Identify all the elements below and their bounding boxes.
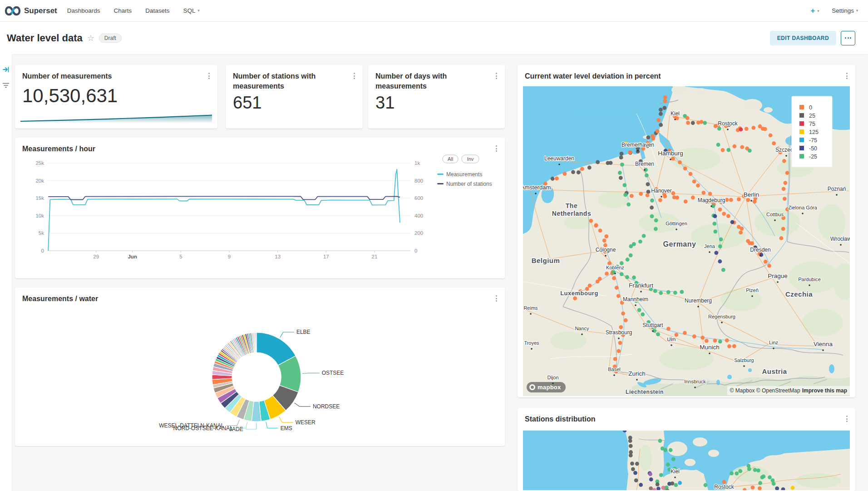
station-dot bbox=[594, 223, 598, 228]
kebab-menu-icon[interactable] bbox=[352, 71, 356, 80]
svg-text:9: 9 bbox=[228, 254, 231, 259]
svg-text:Number of stations: Number of stations bbox=[446, 181, 492, 187]
nav-charts[interactable]: Charts bbox=[114, 7, 132, 14]
kpi-value: 31 bbox=[375, 93, 395, 113]
station-dot bbox=[781, 227, 785, 231]
station-dot bbox=[663, 95, 667, 99]
line-chart[interactable]: 005k20010k40015k60020k80025k1k29Jun59131… bbox=[15, 138, 505, 278]
station-dot bbox=[663, 99, 667, 103]
station-dot bbox=[651, 134, 655, 138]
station-dot bbox=[730, 220, 735, 224]
station-dot bbox=[713, 339, 717, 343]
kebab-menu-icon[interactable] bbox=[207, 71, 211, 80]
map-city-label: Vienna bbox=[814, 341, 833, 347]
station-dot bbox=[598, 228, 602, 233]
map-city-dot bbox=[743, 365, 745, 367]
station-dot bbox=[631, 467, 635, 471]
svg-text:Inv: Inv bbox=[467, 156, 474, 162]
new-item-button[interactable]: +▼ bbox=[810, 6, 820, 15]
station-dot bbox=[602, 238, 607, 243]
station-dot bbox=[782, 187, 786, 191]
map-city-label: Bremen bbox=[635, 161, 654, 167]
station-dot bbox=[645, 174, 649, 178]
map-city-dot bbox=[613, 374, 615, 376]
map-city-dot bbox=[674, 476, 676, 478]
station-dot bbox=[753, 200, 757, 204]
stations-map[interactable]: KielRostock bbox=[523, 431, 850, 490]
station-dot bbox=[639, 192, 643, 196]
station-dot bbox=[672, 195, 676, 199]
station-dot bbox=[732, 344, 736, 348]
filter-icon[interactable] bbox=[2, 82, 10, 89]
nav-datasets[interactable]: Datasets bbox=[145, 7, 169, 14]
station-dot bbox=[646, 135, 651, 139]
kebab-menu-icon[interactable] bbox=[845, 71, 849, 80]
nav-sql[interactable]: SQL▼ bbox=[183, 7, 201, 14]
edit-dashboard-button[interactable]: EDIT DASHBOARD bbox=[770, 31, 836, 45]
svg-text:600: 600 bbox=[414, 195, 423, 201]
legend-label: -50 bbox=[809, 145, 817, 152]
kebab-menu-icon[interactable] bbox=[845, 414, 849, 423]
station-dot bbox=[588, 284, 592, 288]
map-city-label: Leeuwarden bbox=[544, 155, 574, 162]
svg-text:29: 29 bbox=[93, 254, 99, 259]
map-city-label: Cologne bbox=[596, 247, 616, 253]
map-city-label: Rostock bbox=[718, 120, 738, 127]
map-city-label: Jena bbox=[704, 243, 715, 249]
station-dot bbox=[696, 184, 700, 188]
superset-logo[interactable]: Superset bbox=[0, 5, 57, 16]
station-dot bbox=[671, 191, 676, 195]
map-city-label: Kiel bbox=[671, 468, 680, 475]
station-dot bbox=[620, 272, 624, 276]
water-chart-card: Measurements / water ELBEOSTSEENORDSEEWE… bbox=[15, 288, 505, 446]
map-city-dot bbox=[618, 337, 620, 339]
station-dot bbox=[691, 196, 695, 200]
station-dot bbox=[659, 108, 663, 112]
settings-menu[interactable]: Settings▼ bbox=[832, 7, 859, 14]
map-city-dot bbox=[635, 304, 636, 306]
kpi-card-measurements: Number of measurements 10,530,631 bbox=[15, 65, 217, 129]
station-dot bbox=[619, 176, 623, 180]
deviation-map[interactable]: TheNetherlandsBelgiumGermanyCzechiaAustr… bbox=[523, 86, 850, 396]
map-city-dot bbox=[709, 352, 710, 354]
improve-map-link[interactable]: Improve this map bbox=[802, 387, 847, 394]
map-country-label: Czechia bbox=[785, 290, 813, 298]
station-dot bbox=[751, 126, 755, 130]
station-dot bbox=[620, 163, 624, 167]
svg-text:200: 200 bbox=[414, 230, 423, 236]
donut-label: OSTSEE bbox=[322, 370, 344, 376]
station-dot bbox=[618, 171, 622, 175]
map-city-dot bbox=[614, 273, 616, 274]
svg-text:Measurements: Measurements bbox=[446, 171, 482, 178]
donut-chart[interactable]: ELBEOSTSEENORDSEEWESEREMSJADENORD-OSTSEE… bbox=[15, 288, 505, 446]
svg-text:0: 0 bbox=[414, 248, 417, 253]
svg-text:Jun: Jun bbox=[128, 254, 137, 259]
deviation-map-card: Current water level deviation in percent bbox=[518, 65, 855, 397]
nav-dashboards[interactable]: Dashboards bbox=[67, 7, 100, 14]
map-city-dot bbox=[836, 194, 838, 196]
map-city-dot bbox=[636, 379, 638, 381]
station-dot bbox=[791, 486, 795, 490]
map-city-label: Frankfurt bbox=[629, 282, 653, 289]
more-options-button[interactable] bbox=[841, 31, 855, 45]
mapbox-logo[interactable]: mapbox bbox=[527, 382, 566, 392]
station-dot bbox=[689, 172, 693, 176]
station-dot bbox=[649, 477, 653, 481]
map-city-label: Prague bbox=[768, 273, 788, 279]
station-dot bbox=[739, 128, 743, 132]
station-dot bbox=[623, 193, 627, 197]
mapbox-circle-icon bbox=[529, 384, 535, 390]
station-dot bbox=[683, 167, 687, 171]
map-country-label: The bbox=[566, 202, 577, 209]
expand-filters-icon[interactable] bbox=[2, 66, 10, 73]
superset-infinity-icon bbox=[5, 5, 21, 16]
kpi-title: Number of days with measurements bbox=[375, 71, 485, 91]
kebab-menu-icon[interactable] bbox=[494, 71, 498, 80]
stations-map-card: Stations distribution KielRosto bbox=[518, 408, 855, 491]
map-city-dot bbox=[773, 347, 774, 349]
station-dot bbox=[768, 476, 772, 480]
attribution-text: © Mapbox © OpenStreetMap bbox=[730, 387, 800, 394]
map-city-label: Göttingen bbox=[666, 221, 687, 226]
favorite-star-icon[interactable]: ☆ bbox=[87, 34, 94, 42]
donut-label: ELBE bbox=[296, 329, 311, 335]
